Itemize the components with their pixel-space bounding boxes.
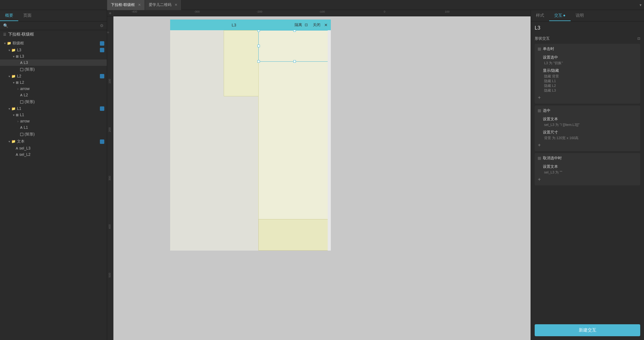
tree-node-sel-L2[interactable]: A sel_L2	[0, 151, 107, 158]
toggle-L3frame[interactable]: ▾	[11, 55, 16, 58]
tree-node-L2text[interactable]: A L2	[0, 92, 107, 98]
right-tabs: 样式 交互 ● 说明	[531, 10, 644, 21]
label-L2frame: L2	[20, 80, 107, 85]
tab-overflow-button[interactable]: ▾	[637, 3, 644, 7]
add-click-action[interactable]: +	[538, 94, 541, 101]
tree-node-L1group[interactable]: ▾ 📁 L1	[0, 105, 107, 112]
text-icon-sel-L3: A	[16, 146, 18, 150]
tab-close-1[interactable]: ✕	[138, 3, 141, 7]
isolate-label[interactable]: 隔离	[295, 22, 302, 28]
tab-pages[interactable]: 页面	[18, 10, 37, 21]
main-area: 概要 页面 🔍 ⚙ ☰ 下拉框-联级框 ▾ 📁 联级框	[0, 10, 644, 340]
label-L2text: L2	[24, 93, 107, 97]
tab-style[interactable]: 样式	[531, 10, 549, 21]
tree-node-L1frame[interactable]: ▾ ⊞ L1	[0, 112, 107, 118]
label-L3text: L3	[24, 60, 107, 65]
text-icon-sel-L2: A	[16, 153, 18, 156]
ruler-y-0: 0	[107, 32, 110, 33]
rect-icon-1	[20, 68, 23, 71]
trigger-square-selected	[538, 109, 541, 112]
document-icon: ☰	[3, 32, 6, 37]
folder-icon-L1group: 📁	[11, 107, 16, 111]
tree-node-wenben[interactable]: ▾ 📁 文本	[0, 138, 107, 145]
ruler-y-400: 400	[108, 224, 111, 229]
ruler-num-100: -100	[319, 10, 325, 13]
document-title: ☰ 下拉框-联级框	[0, 30, 107, 38]
ruler-num-200: -200	[256, 10, 262, 13]
interaction-block-deselect: 取消选中时 设置文本 sel_L3 为 "" +	[535, 153, 640, 185]
tab-overview[interactable]: 概要	[0, 10, 18, 21]
shape-interaction-header: 形状交互 ⊡	[535, 36, 640, 41]
toggle-arrow1[interactable]: ›	[16, 87, 20, 91]
tab-qrcode[interactable]: 爱学儿二维码 ✕	[145, 0, 181, 10]
tree-node-L3text[interactable]: A L3	[0, 60, 107, 66]
badge-wenben	[100, 139, 104, 144]
tree-node-L3group[interactable]: ▾ 📁 L3	[0, 47, 107, 53]
interaction-set-text-1: 设置文本 sel_L3 为 "/ [[Item.L3]]"	[538, 115, 637, 128]
label-rect1: (矩形)	[25, 67, 107, 72]
tree-node-rect1[interactable]: (矩形)	[0, 66, 107, 73]
toggle-L2group[interactable]: ▾	[7, 75, 11, 78]
search-input[interactable]	[11, 24, 97, 28]
tree-node-L2frame[interactable]: ▾ ⊞ L2	[0, 79, 107, 86]
interaction-set-text-2: 设置文本 sel_L3 为 ""	[538, 163, 637, 176]
rect-icon-2	[20, 100, 23, 104]
filter-icon[interactable]: ⚙	[100, 23, 104, 28]
detail-hide-L1: 隐藏 L1	[543, 79, 637, 83]
tree-node-rect3[interactable]: (矩形)	[0, 131, 107, 138]
shape-interaction-title: 形状交互	[535, 36, 550, 41]
tab-interaction[interactable]: 交互 ●	[549, 10, 571, 21]
tree-node-lianjiframe[interactable]: ▾ 📁 联级框	[0, 40, 107, 47]
tree-node-arrow2[interactable]: › arrow	[0, 118, 107, 124]
label-sel-L3: sel_L3	[19, 146, 107, 150]
badge-L2group	[100, 74, 104, 78]
shape-interaction-icon[interactable]: ⊡	[637, 37, 640, 41]
label-L3group: L3	[17, 48, 100, 52]
folder-icon-lianjiframe: 📁	[7, 41, 11, 45]
trigger-deselect: 取消选中时	[538, 156, 637, 161]
ruler-ticks: -400 -300 -200 -100 0 100	[113, 10, 531, 16]
close-icon[interactable]: ✕	[324, 23, 328, 27]
tree-node-L2group[interactable]: ▾ 📁 L2	[0, 73, 107, 79]
close-label[interactable]: 关闭	[313, 22, 320, 28]
tab-close-2[interactable]: ✕	[175, 3, 177, 7]
label-L1text: L1	[24, 125, 107, 130]
frame-actions: 隔离 ⊡ 关闭 ✕	[295, 22, 328, 28]
right-content: L3 形状交互 ⊡ 单击时 设置选中 L3 为 "切换"	[531, 21, 644, 320]
toggle-wenben[interactable]: ▾	[7, 140, 11, 143]
toggle-L1group[interactable]: ▾	[7, 107, 11, 110]
right-element-name: L3	[535, 25, 640, 31]
toggle-lianjiframe[interactable]: ▾	[3, 42, 7, 45]
frame-body[interactable]	[170, 30, 328, 251]
tree-node-L1text[interactable]: A L1	[0, 124, 107, 131]
toggle-L3group[interactable]: ▾	[7, 48, 11, 52]
tab-label-2: 爱学儿二维码	[149, 2, 171, 8]
tree-node-L3frame[interactable]: ▾ ⊞ L3	[0, 53, 107, 60]
trigger-selected: 选中	[538, 108, 637, 113]
tab-dropdown-frame[interactable]: 下拉框-联级框 ✕	[107, 0, 145, 10]
tab-description[interactable]: 说明	[571, 10, 589, 21]
detail-hide-bg: 隐藏 背景	[543, 74, 637, 79]
text-icon-L2text: A	[20, 93, 22, 97]
trigger-click-label: 单击时	[543, 46, 554, 52]
new-interaction-button[interactable]: 新建交互	[535, 324, 640, 336]
fullscreen-icon[interactable]: ⊡	[305, 23, 308, 27]
trigger-click: 单击时	[538, 46, 637, 52]
tree-node-arrow1[interactable]: › arrow	[0, 86, 107, 92]
toggle-L1frame[interactable]: ▾	[11, 113, 16, 117]
action-set-text-2: 设置文本	[543, 164, 637, 169]
canvas-viewport[interactable]: L3 隔离 ⊡ 关闭 ✕	[113, 16, 531, 340]
toggle-L2frame[interactable]: ▾	[11, 81, 16, 84]
left-panel: 概要 页面 🔍 ⚙ ☰ 下拉框-联级框 ▾ 📁 联级框	[0, 10, 107, 340]
add-selected-action[interactable]: +	[538, 142, 541, 149]
tree-node-rect2[interactable]: (矩形)	[0, 98, 107, 105]
add-deselect-action[interactable]: +	[538, 176, 541, 183]
toggle-arrow2[interactable]: ›	[16, 120, 20, 123]
tree-node-sel-L3[interactable]: A sel_L3	[0, 145, 107, 151]
ruler-num-0: 0	[384, 10, 385, 13]
interaction-block-click: 单击时 设置选中 L3 为 "切换" 显示/隐藏 隐藏 背景 隐藏 L1	[535, 44, 640, 104]
trigger-selected-label: 选中	[543, 108, 550, 113]
yellow-block-right	[258, 30, 328, 251]
detail-set-size: 背景 为 120宽 x 160高	[543, 136, 637, 140]
action-set-size: 设置尺寸	[543, 130, 637, 135]
